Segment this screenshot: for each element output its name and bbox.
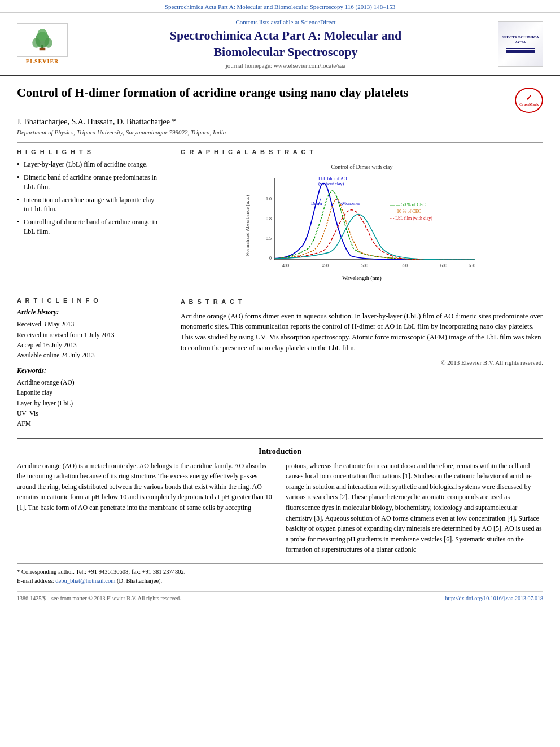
badge-lines bbox=[506, 47, 535, 53]
svg-text:– – 10 % of CEC: – – 10 % of CEC bbox=[390, 209, 421, 214]
journal-citation-bar: Spectrochimica Acta Part A: Molecular an… bbox=[0, 0, 560, 13]
keywords-label: Keywords: bbox=[17, 366, 158, 375]
doi-link[interactable]: http://dx.doi.org/10.1016/j.saa.2013.07.… bbox=[445, 595, 543, 601]
sciencedirect-anchor[interactable]: ScienceDirect bbox=[301, 19, 336, 25]
svg-text:0.8: 0.8 bbox=[266, 216, 272, 221]
keyword-item: AFM bbox=[17, 418, 158, 429]
article-info-abstract-section: A R T I C L E I N F O Article history: R… bbox=[17, 297, 543, 429]
absorption-chart: Normalized Absorbance (a.u.) 400 450 500… bbox=[185, 172, 539, 274]
journal-banner: ELSEVIER Contents lists available at Sci… bbox=[0, 13, 560, 76]
body-two-col: Acridine orange (AO) is a metachromic dy… bbox=[17, 461, 543, 555]
highlights-heading: H I G H L I G H T S bbox=[17, 148, 158, 155]
svg-text:1.0: 1.0 bbox=[266, 196, 272, 202]
svg-text:LbL film of AO: LbL film of AO bbox=[318, 176, 347, 181]
footnote-section: * Corresponding author. Tel.: +91 943613… bbox=[17, 563, 543, 586]
svg-text:550: 550 bbox=[401, 263, 408, 268]
article-info-column: A R T I C L E I N F O Article history: R… bbox=[17, 297, 169, 429]
list-item: Dimeric band of acridine orange predomin… bbox=[17, 173, 158, 192]
sciencedirect-link[interactable]: Contents lists available at ScienceDirec… bbox=[85, 19, 487, 25]
list-item: Controlling of dimeric band of acridine … bbox=[17, 217, 158, 237]
email-link[interactable]: debu_bhat@hotmail.com bbox=[55, 578, 115, 584]
abstract-column: A B S T R A C T Acridine orange (AO) for… bbox=[169, 297, 543, 429]
online-date: Available online 24 July 2013 bbox=[17, 350, 158, 360]
affiliation: Department of Physics, Tripura Universit… bbox=[17, 129, 543, 136]
history-label: Article history: bbox=[17, 308, 158, 317]
email-person: (D. Bhattacharjee). bbox=[117, 578, 162, 584]
journal-homepage: journal homepage: www.elsevier.com/locat… bbox=[85, 62, 487, 69]
graphical-abstract-section: G R A P H I C A L A B S T R A C T Contro… bbox=[169, 148, 543, 285]
svg-text:Normalized Absorbance (a.u.): Normalized Absorbance (a.u.) bbox=[244, 195, 250, 256]
svg-text:- - LbL film (with clay): - - LbL film (with clay) bbox=[390, 216, 432, 221]
journal-badge-area: SPECTROCHIMICAACTA bbox=[498, 21, 549, 67]
svg-text:0: 0 bbox=[269, 256, 272, 261]
authors: J. Bhattacharjee, S.A. Hussain, D. Bhatt… bbox=[17, 117, 543, 126]
body-divider bbox=[17, 438, 543, 439]
chart-title: Control of Dimer with clay bbox=[185, 164, 539, 170]
journal-title-area: Contents lists available at ScienceDirec… bbox=[73, 19, 498, 69]
footnote-email: E-mail address: debu_bhat@hotmail.com (D… bbox=[17, 576, 543, 586]
list-item: Interaction of acridine orange with lapo… bbox=[17, 195, 158, 215]
svg-rect-5 bbox=[40, 48, 46, 50]
graphical-abstract-heading: G R A P H I C A L A B S T R A C T bbox=[181, 148, 543, 155]
svg-text:Dimer: Dimer bbox=[311, 201, 323, 206]
issn-text: 1386-1425/$ – see front matter © 2013 El… bbox=[17, 595, 181, 601]
received-date: Received 3 May 2013 bbox=[17, 319, 158, 329]
svg-text:600: 600 bbox=[440, 263, 447, 268]
elsevier-label: ELSEVIER bbox=[26, 58, 59, 64]
highlights-section: H I G H L I G H T S Layer-by-layer (LbL)… bbox=[17, 148, 169, 285]
svg-text:400: 400 bbox=[282, 263, 289, 268]
divider-2 bbox=[17, 291, 543, 291]
footnote-star: * Corresponding author. Tel.: +91 943613… bbox=[17, 567, 543, 576]
badge-text: SPECTROCHIMICAACTA bbox=[502, 35, 539, 45]
copyright: © 2013 Elsevier B.V. All rights reserved… bbox=[181, 358, 543, 368]
svg-text:— — 50 % of CEC: — — 50 % of CEC bbox=[390, 202, 426, 207]
footer-bar: 1386-1425/$ – see front matter © 2013 El… bbox=[17, 591, 543, 601]
article-title: Control of H-dimer formation of acridine… bbox=[17, 85, 504, 101]
svg-point-4 bbox=[37, 29, 47, 41]
elsevier-logo-area: ELSEVIER bbox=[11, 23, 73, 64]
highlights-graphical-section: H I G H L I G H T S Layer-by-layer (LbL)… bbox=[17, 148, 543, 285]
list-item: Layer-by-layer (LbL) film of acridine or… bbox=[17, 160, 158, 169]
svg-text:Monomer: Monomer bbox=[342, 201, 360, 206]
chart-xlabel: Wavelength (nm) bbox=[185, 275, 539, 281]
keyword-item: Acridine orange (AO) bbox=[17, 377, 158, 387]
journal-main-title: Spectrochimica Acta Part A: Molecular an… bbox=[85, 28, 487, 60]
keyword-item: Laponite clay bbox=[17, 387, 158, 397]
svg-text:650: 650 bbox=[469, 263, 475, 268]
journal-citation: Spectrochimica Acta Part A: Molecular an… bbox=[165, 3, 395, 10]
chart-area: Normalized Absorbance (a.u.) 400 450 500… bbox=[185, 172, 539, 274]
intro-col2: protons, whereas the cationic form canno… bbox=[286, 461, 543, 555]
crossmark-badge[interactable]: ✓ CrossMark bbox=[515, 88, 543, 113]
intro-heading: Introduction bbox=[17, 447, 543, 456]
divider-1 bbox=[17, 142, 543, 143]
intro-col1: Acridine orange (AO) is a metachromic dy… bbox=[17, 461, 274, 555]
keywords-section: Keywords: Acridine orange (AO) Laponite … bbox=[17, 366, 158, 429]
svg-text:(without clay): (without clay) bbox=[318, 181, 344, 186]
svg-text:500: 500 bbox=[361, 263, 368, 268]
keyword-item: Layer-by-layer (LbL) bbox=[17, 398, 158, 408]
spectrochimica-badge: SPECTROCHIMICAACTA bbox=[498, 21, 543, 67]
svg-text:450: 450 bbox=[322, 263, 329, 268]
keyword-item: UV–Vis bbox=[17, 408, 158, 418]
svg-text:0.5: 0.5 bbox=[266, 236, 272, 241]
accepted-date: Accepted 16 July 2013 bbox=[17, 340, 158, 350]
email-label: E-mail address: bbox=[17, 578, 54, 584]
article-title-section: Control of H-dimer formation of acridine… bbox=[17, 85, 543, 113]
revised-date: Received in revised form 1 July 2013 bbox=[17, 330, 158, 340]
abstract-heading: A B S T R A C T bbox=[181, 297, 543, 307]
abstract-text: Acridine orange (AO) forms dimer even in… bbox=[181, 311, 543, 353]
elsevier-logo bbox=[17, 23, 68, 57]
article-info-heading: A R T I C L E I N F O bbox=[17, 297, 158, 304]
author-list: J. Bhattacharjee, S.A. Hussain, D. Bhatt… bbox=[17, 117, 176, 126]
highlights-list: Layer-by-layer (LbL) film of acridine or… bbox=[17, 160, 158, 237]
article-content: Control of H-dimer formation of acridine… bbox=[0, 76, 560, 609]
elsevier-tree-icon bbox=[25, 29, 59, 51]
chart-container: Control of Dimer with clay Normalized Ab… bbox=[181, 160, 543, 285]
crossmark-label: ✓ CrossMark bbox=[519, 94, 539, 107]
